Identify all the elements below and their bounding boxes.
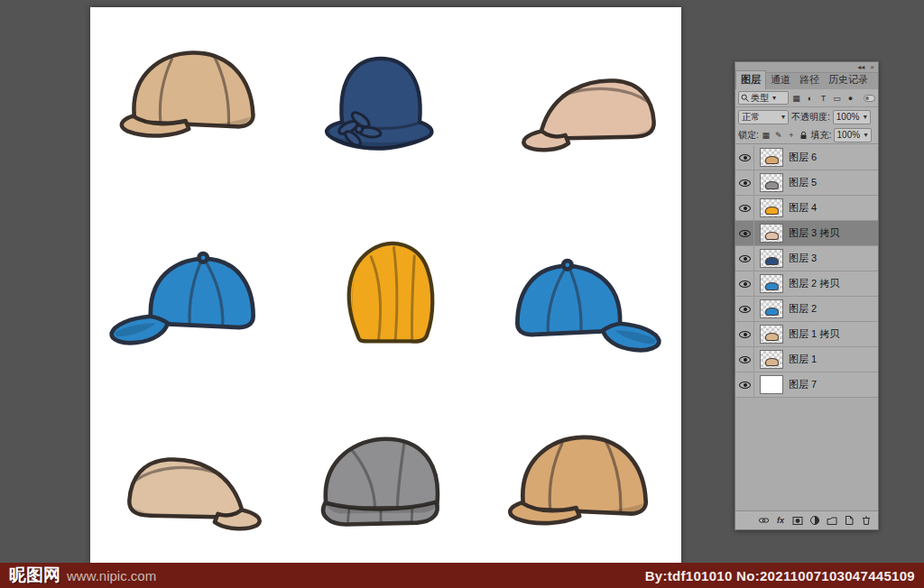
hat-illustration-newsboy-beige: [110, 40, 273, 158]
visibility-toggle[interactable]: [735, 271, 754, 296]
tab-paths[interactable]: 路径: [795, 71, 824, 89]
fill-value: 100%: [837, 130, 861, 140]
layer-thumbnail[interactable]: [760, 350, 783, 369]
add-layer-mask-button[interactable]: [791, 514, 804, 527]
opacity-label: 不透明度:: [791, 111, 830, 124]
layer-row[interactable]: 图层 6: [735, 145, 878, 170]
trash-icon: [861, 515, 872, 526]
layer-thumbnail[interactable]: [760, 325, 783, 344]
layer-thumbnail[interactable]: [760, 375, 783, 394]
delete-layer-button[interactable]: [860, 514, 873, 527]
collapse-panels-icon[interactable]: ◂◂: [857, 64, 864, 71]
chevron-down-icon: ▾: [781, 113, 785, 121]
eye-icon: [739, 381, 751, 389]
new-layer-button[interactable]: [843, 514, 855, 527]
visibility-toggle[interactable]: [735, 170, 754, 195]
new-layer-icon: [844, 515, 855, 526]
eye-icon: [739, 179, 751, 187]
layer-name: 图层 2 拷贝: [789, 277, 839, 290]
hat-illustration-beanie-orange: [318, 231, 455, 351]
layer-row[interactable]: 图层 1 拷贝: [735, 322, 878, 347]
layer-row[interactable]: 图层 2: [735, 297, 878, 322]
layer-name: 图层 7: [789, 378, 817, 391]
filter-kind-select[interactable]: 类型 ▾: [738, 91, 789, 105]
visibility-toggle[interactable]: [735, 196, 754, 220]
lock-position-button[interactable]: +: [786, 129, 797, 141]
hat-illustration-baseball-cap-right: [494, 249, 664, 361]
layer-row[interactable]: 图层 5: [735, 170, 878, 196]
layer-thumbnail[interactable]: [760, 148, 783, 167]
chain-link-icon: [758, 515, 770, 526]
lock-all-button[interactable]: [799, 129, 809, 141]
hat-illustration-flatcap-pink: [513, 61, 675, 163]
lock-image-pixels-button[interactable]: ✎: [773, 129, 784, 141]
filter-pixel-layers-icon[interactable]: ▦: [790, 92, 802, 105]
tab-history[interactable]: 历史记录: [824, 71, 873, 89]
padlock-icon: [799, 131, 808, 140]
watermark-credit: By:tdf101010 No:20211007103047445109: [645, 568, 915, 583]
lock-row: 锁定: ▦ ✎ + 填充: 100% ▾: [735, 126, 878, 144]
layer-row-selected[interactable]: 图层 3 拷贝: [735, 221, 878, 246]
document-canvas[interactable]: [90, 7, 681, 563]
filter-smart-object-icon[interactable]: ●: [845, 92, 856, 105]
filter-toggle-switch[interactable]: [864, 95, 875, 102]
eye-icon: [739, 306, 751, 313]
new-group-button[interactable]: [826, 514, 838, 527]
layer-name: 图层 3: [789, 252, 817, 265]
tab-channels[interactable]: 通道: [766, 71, 795, 89]
layer-thumbnail[interactable]: [760, 299, 783, 318]
blend-mode-value: 正常: [742, 111, 760, 124]
layer-name: 图层 5: [789, 176, 817, 189]
visibility-toggle[interactable]: [735, 145, 754, 170]
eye-icon: [739, 356, 751, 363]
layer-thumbnail[interactable]: [760, 249, 783, 268]
watermark-bar: 昵图网 www.nipic.com By:tdf101010 No:202110…: [0, 563, 924, 588]
eye-icon: [739, 205, 751, 212]
adjustment-layer-button[interactable]: [808, 514, 821, 527]
layer-thumbnail[interactable]: [760, 224, 783, 243]
tab-layers[interactable]: 图层: [735, 70, 766, 89]
fx-icon: fx: [777, 516, 784, 525]
layer-row[interactable]: 图层 7: [735, 372, 878, 398]
layer-list: 图层 6 图层 5 图层 4 图层 3 拷贝 图层 3: [735, 145, 878, 510]
visibility-toggle[interactable]: [735, 322, 754, 346]
blend-mode-select[interactable]: 正常 ▾: [738, 110, 789, 124]
layer-thumbnail[interactable]: [760, 173, 783, 192]
layer-style-button[interactable]: fx: [774, 514, 787, 527]
site-url: www.nipic.com: [67, 568, 156, 583]
lock-transparent-pixels-button[interactable]: ▦: [761, 129, 772, 141]
layer-thumbnail[interactable]: [760, 274, 783, 293]
search-icon: [741, 94, 749, 102]
filter-shape-layers-icon[interactable]: ▭: [831, 92, 843, 105]
fill-select[interactable]: 100% ▾: [834, 128, 872, 142]
site-logo: 昵图网: [9, 564, 60, 587]
layer-name: 图层 1 拷贝: [789, 327, 839, 341]
layer-row[interactable]: 图层 2 拷贝: [735, 271, 878, 297]
hat-illustration-slouch-gray: [298, 426, 464, 544]
layer-thumbnail[interactable]: [760, 198, 783, 217]
opacity-select[interactable]: 100% ▾: [833, 110, 871, 124]
hat-illustration-cloche-navy: [303, 47, 458, 163]
layer-row[interactable]: 图层 1: [735, 347, 878, 372]
eye-icon: [739, 280, 751, 288]
visibility-toggle[interactable]: [735, 372, 754, 397]
layer-mask-icon: [792, 516, 803, 526]
link-layers-button[interactable]: [757, 514, 770, 527]
filter-kind-label: 类型: [751, 92, 769, 105]
chevron-down-icon: ▾: [864, 131, 868, 139]
close-panel-icon[interactable]: ×: [870, 64, 874, 71]
layer-row[interactable]: 图层 3: [735, 246, 878, 271]
layers-panel-toolbar: fx: [735, 510, 878, 529]
visibility-toggle[interactable]: [735, 297, 754, 321]
eye-icon: [739, 154, 751, 161]
layer-name: 图层 3 拷贝: [789, 226, 839, 240]
filter-type-layers-icon[interactable]: T: [818, 92, 829, 105]
visibility-toggle[interactable]: [735, 246, 754, 271]
opacity-value: 100%: [836, 112, 860, 122]
layer-row[interactable]: 图层 4: [735, 196, 878, 221]
layer-filter-row: 类型 ▾ ▦ ◐ T ▭ ●: [735, 89, 878, 107]
filter-adjustment-layers-icon[interactable]: ◐: [804, 92, 816, 105]
visibility-toggle[interactable]: [735, 221, 754, 245]
layer-name: 图层 6: [789, 151, 817, 164]
visibility-toggle[interactable]: [735, 347, 754, 372]
